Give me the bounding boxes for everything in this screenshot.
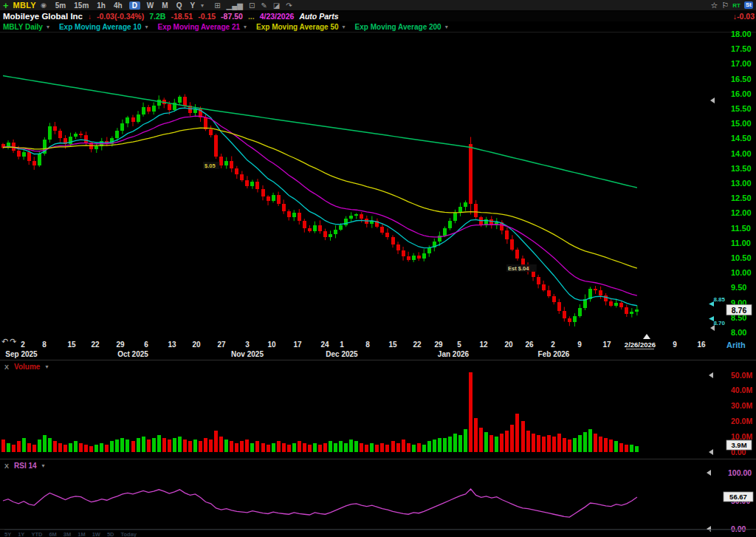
- volume-bar: [542, 437, 546, 452]
- price-tick-label: 11.00: [731, 239, 751, 247]
- redo-icon[interactable]: ↷: [10, 337, 16, 346]
- volume-bar: [469, 372, 472, 452]
- volume-tick-label: 20.0M: [731, 417, 752, 425]
- range-button-1m[interactable]: 1M: [78, 531, 85, 537]
- date-tick-label: 24: [320, 341, 329, 349]
- candle: [318, 225, 322, 231]
- candle: [542, 284, 546, 290]
- candle: [329, 234, 332, 237]
- scale-mode-toggle[interactable]: Arith: [726, 341, 746, 349]
- range-button-1y[interactable]: 1Y: [18, 531, 24, 537]
- volume-bar: [625, 445, 628, 452]
- price-tick-label: 13.50: [731, 164, 752, 173]
- volume-bar: [619, 443, 623, 452]
- price-tick-label: 11.50: [731, 224, 751, 233]
- volume-dropdown-caret[interactable]: ▾: [45, 363, 48, 370]
- month-label: Sep 2025: [5, 350, 38, 358]
- chart-history-controls: ↶ ↷: [1, 337, 16, 346]
- range-button-1w[interactable]: 1W: [92, 531, 100, 537]
- date-tick-label: 3: [245, 341, 250, 349]
- range-button-today[interactable]: Today: [120, 531, 137, 537]
- volume-bar: [173, 438, 176, 452]
- candle: [261, 189, 265, 196]
- volume-bar: [224, 439, 228, 452]
- volume-bar: [547, 435, 551, 452]
- candle: [48, 126, 52, 140]
- range-button-ytd[interactable]: YTD: [31, 531, 42, 537]
- volume-pane-title[interactable]: Volume: [14, 363, 40, 371]
- scale-handle[interactable]: [709, 449, 713, 455]
- volume-bar: [614, 441, 618, 452]
- candle: [334, 230, 337, 234]
- price-tick-label: 16.00: [731, 89, 752, 98]
- candle: [505, 230, 509, 239]
- price-tick-label: 17.00: [731, 59, 752, 68]
- undo-icon[interactable]: ↶: [1, 337, 8, 346]
- range-button-6m[interactable]: 6M: [49, 531, 56, 537]
- volume-bar: [329, 441, 332, 452]
- candle: [474, 204, 478, 217]
- upper-level-tag: 8.85: [713, 296, 725, 303]
- volume-bar: [464, 429, 467, 452]
- ema50-line: [3, 128, 637, 268]
- volume-bar: [292, 443, 296, 452]
- volume-bar: [7, 443, 10, 452]
- candle: [17, 151, 21, 157]
- candle: [349, 216, 353, 219]
- scale-handle[interactable]: [709, 372, 713, 378]
- volume-bar: [396, 443, 400, 452]
- volume-bar: [380, 443, 384, 452]
- candle: [131, 117, 135, 122]
- volume-bar: [635, 446, 639, 452]
- volume-bar: [235, 443, 238, 452]
- date-tick-label: 29: [116, 341, 125, 349]
- scale-handle[interactable]: [707, 470, 711, 476]
- chart-canvas[interactable]: 2815222961320273101724181522295122026291…: [0, 0, 756, 537]
- range-button-5d[interactable]: 5D: [107, 531, 114, 537]
- date-tick-label: 5: [457, 341, 461, 349]
- price-tick-label: 13.00: [731, 179, 752, 188]
- volume-bar: [433, 439, 436, 452]
- date-tick-label: 12: [479, 341, 488, 349]
- volume-bar: [38, 439, 41, 452]
- volume-bar: [131, 441, 135, 452]
- volume-tick-label: 30.0M: [731, 401, 752, 410]
- date-tick-label: 9: [673, 341, 677, 349]
- volume-bar: [74, 441, 78, 452]
- chart-annotation: Est $.04: [508, 265, 529, 272]
- volume-bar: [137, 438, 140, 452]
- candle: [209, 129, 213, 135]
- rsi-pane-title[interactable]: RSI 14: [14, 462, 37, 470]
- volume-bar: [272, 443, 275, 452]
- volume-bar: [12, 445, 16, 452]
- rsi-dropdown-caret[interactable]: ▾: [42, 462, 45, 469]
- volume-bar: [443, 438, 447, 452]
- month-label: Feb 2026: [538, 350, 570, 358]
- close-rsi-pane-button[interactable]: X: [4, 462, 9, 470]
- volume-bar: [178, 437, 182, 452]
- volume-bar: [438, 438, 441, 452]
- volume-tick-label: 50.0M: [731, 371, 752, 380]
- range-button-5y[interactable]: 5Y: [4, 531, 11, 537]
- volume-bar: [510, 425, 514, 452]
- candle: [510, 239, 514, 250]
- chart-annotation: $.05: [205, 163, 216, 169]
- candle: [126, 117, 129, 123]
- candle: [272, 195, 275, 201]
- month-label: Dec 2025: [326, 350, 358, 358]
- date-tick-label: 15: [388, 341, 397, 349]
- volume-bar: [94, 445, 98, 452]
- candle: [277, 195, 281, 204]
- volume-bar: [489, 435, 493, 452]
- candle: [74, 134, 78, 137]
- range-button-3m[interactable]: 3M: [63, 531, 71, 537]
- volume-bar: [89, 446, 93, 452]
- close-volume-pane-button[interactable]: X: [4, 363, 9, 371]
- volume-bar: [422, 445, 426, 452]
- volume-bar: [267, 445, 270, 452]
- volume-bar: [573, 438, 577, 452]
- scale-handle[interactable]: [710, 98, 715, 103]
- volume-bar: [500, 434, 504, 452]
- last-session-date[interactable]: 2/26/2026: [625, 341, 656, 349]
- candle: [142, 107, 145, 114]
